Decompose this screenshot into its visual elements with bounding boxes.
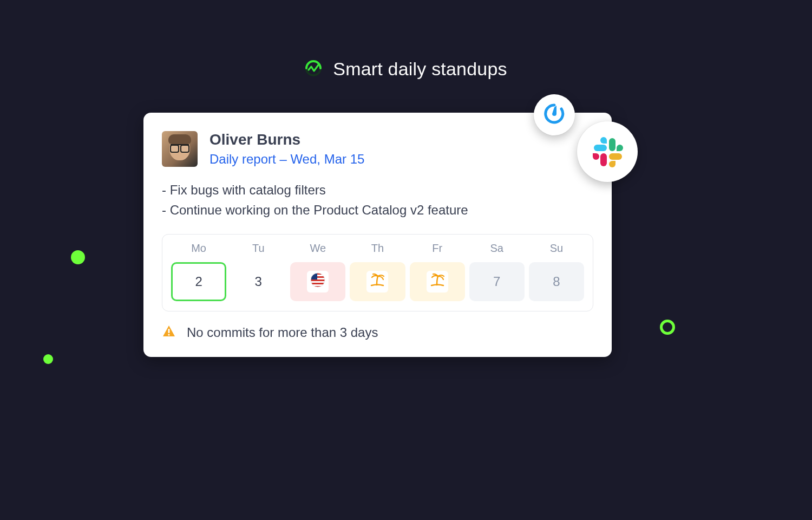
decoration-dot: [71, 250, 85, 264]
warning-icon: [162, 324, 176, 341]
us-flag-icon: [310, 272, 326, 291]
day-label: Th: [350, 242, 405, 255]
day-tile-mo[interactable]: 2: [171, 262, 226, 301]
decoration-dot: [43, 354, 53, 364]
report-body: - Fix bugs with catalog filters - Contin…: [162, 180, 593, 220]
integration-badge-mattermost: [534, 94, 575, 135]
alert-text: No commits for more than 3 days: [187, 325, 378, 340]
report-link[interactable]: Daily report – Wed, Mar 15: [209, 152, 364, 167]
slack-icon: [592, 136, 623, 167]
user-name: Oliver Burns: [209, 131, 364, 148]
day-tile-fr[interactable]: [410, 262, 465, 301]
day-tile-we[interactable]: [290, 262, 345, 301]
day-label: Mo: [171, 242, 226, 255]
day-tile-sa[interactable]: 7: [469, 262, 525, 301]
palm-icon: [369, 272, 385, 291]
page-header: Smart daily standups: [0, 58, 812, 80]
svg-rect-10: [168, 329, 170, 333]
day-label: Fr: [410, 242, 465, 255]
app-logo-icon: [305, 60, 322, 79]
avatar: [162, 131, 198, 167]
palm-icon: [429, 272, 446, 291]
day-label: Sa: [469, 242, 525, 255]
week-calendar: Mo Tu We Th Fr Sa Su 2 3: [162, 234, 593, 311]
svg-point-11: [168, 334, 169, 336]
day-label: We: [290, 242, 345, 255]
page-title: Smart daily standups: [333, 58, 507, 80]
day-tile-su[interactable]: 8: [529, 262, 584, 301]
day-label: Tu: [231, 242, 286, 255]
alert-row: No commits for more than 3 days: [162, 324, 593, 341]
decoration-ring: [660, 320, 675, 335]
svg-rect-5: [310, 280, 326, 281]
day-label: Su: [529, 242, 584, 255]
day-tile-th[interactable]: [350, 262, 405, 301]
mattermost-icon: [543, 103, 565, 127]
integration-badge-slack: [577, 121, 638, 182]
day-tile-tu[interactable]: 3: [231, 262, 286, 301]
standup-card: Oliver Burns Daily report – Wed, Mar 15 …: [143, 113, 612, 357]
